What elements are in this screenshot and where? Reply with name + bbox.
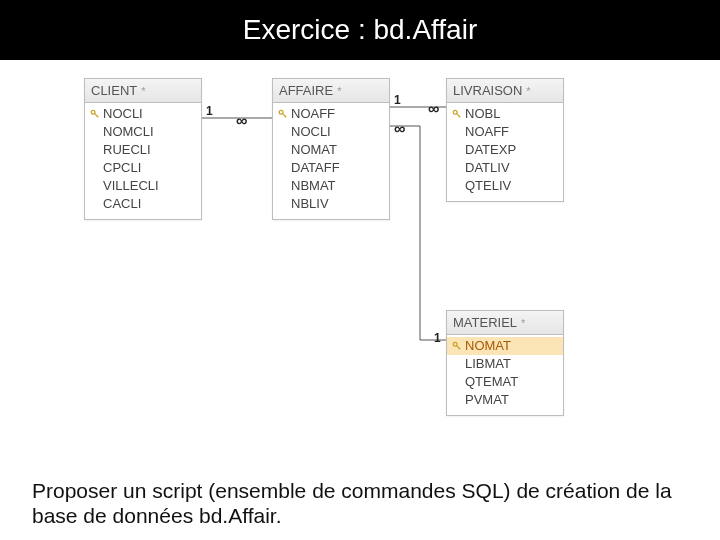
field-row[interactable]: NOAFF — [447, 123, 563, 141]
svg-line-10 — [459, 116, 460, 117]
field-row[interactable]: DATEXP — [447, 141, 563, 159]
field-row[interactable]: QTEMAT — [447, 373, 563, 391]
table-client[interactable]: CLIENT * NOCLINOMCLIRUECLICPCLIVILLECLIC… — [84, 78, 202, 220]
table-materiel-body: NOMATLIBMATQTEMATPVMAT — [447, 335, 563, 415]
cardinality-one: 1 — [206, 104, 213, 118]
table-affaire[interactable]: AFFAIRE * NOAFFNOCLINOMATDATAFFNBMATNBLI… — [272, 78, 390, 220]
field-row[interactable]: CACLI — [85, 195, 201, 213]
field-name: NOMAT — [465, 338, 559, 354]
field-row[interactable]: NBLIV — [273, 195, 389, 213]
table-client-name: CLIENT — [91, 83, 137, 98]
field-name: RUECLI — [103, 142, 197, 158]
svg-line-13 — [459, 348, 460, 349]
field-name: NOCLI — [103, 106, 197, 122]
table-materiel-name: MATERIEL — [453, 315, 517, 330]
field-name: NOAFF — [465, 124, 559, 140]
instruction-text: Proposer un script (ensemble de commande… — [0, 466, 720, 528]
field-name: DATAFF — [291, 160, 385, 176]
table-materiel-header: MATERIEL * — [447, 311, 563, 335]
cardinality-many: ∞ — [394, 120, 405, 138]
field-name: PVMAT — [465, 392, 559, 408]
field-row[interactable]: NOMAT — [447, 337, 563, 355]
field-name: LIBMAT — [465, 356, 559, 372]
field-name: NBMAT — [291, 178, 385, 194]
table-materiel[interactable]: MATERIEL * NOMATLIBMATQTEMATPVMAT — [446, 310, 564, 416]
field-name: VILLECLI — [103, 178, 197, 194]
field-name: DATEXP — [465, 142, 559, 158]
field-name: NOMCLI — [103, 124, 197, 140]
table-client-header: CLIENT * — [85, 79, 201, 103]
instruction-text-content: Proposer un script (ensemble de commande… — [32, 479, 672, 527]
cardinality-one: 1 — [434, 331, 441, 345]
primary-key-icon — [449, 109, 465, 119]
field-name: NBLIV — [291, 196, 385, 212]
cardinality-many: ∞ — [428, 100, 439, 118]
table-livraison-body: NOBLNOAFFDATEXPDATLIVQTELIV — [447, 103, 563, 201]
table-affaire-name: AFFAIRE — [279, 83, 333, 98]
field-name: DATLIV — [465, 160, 559, 176]
field-row[interactable]: NOMCLI — [85, 123, 201, 141]
asterisk-icon: * — [521, 317, 525, 329]
table-livraison-name: LIVRAISON — [453, 83, 522, 98]
field-row[interactable]: NOBL — [447, 105, 563, 123]
er-diagram: CLIENT * NOCLINOMCLIRUECLICPCLIVILLECLIC… — [0, 60, 720, 466]
field-row[interactable]: NOCLI — [85, 105, 201, 123]
field-row[interactable]: NBMAT — [273, 177, 389, 195]
field-name: QTELIV — [465, 178, 559, 194]
field-row[interactable]: NOMAT — [273, 141, 389, 159]
table-livraison-header: LIVRAISON * — [447, 79, 563, 103]
field-name: CPCLI — [103, 160, 197, 176]
field-row[interactable]: NOAFF — [273, 105, 389, 123]
page-title: Exercice : bd.Affair — [243, 14, 477, 46]
field-row[interactable]: PVMAT — [447, 391, 563, 409]
field-name: NOAFF — [291, 106, 385, 122]
field-row[interactable]: LIBMAT — [447, 355, 563, 373]
cardinality-many: ∞ — [236, 112, 247, 130]
table-client-body: NOCLINOMCLIRUECLICPCLIVILLECLICACLI — [85, 103, 201, 219]
svg-line-7 — [285, 116, 286, 117]
field-row[interactable]: DATAFF — [273, 159, 389, 177]
primary-key-icon — [275, 109, 291, 119]
field-row[interactable]: QTELIV — [447, 177, 563, 195]
field-name: QTEMAT — [465, 374, 559, 390]
asterisk-icon: * — [141, 85, 145, 97]
cardinality-one: 1 — [394, 93, 401, 107]
table-livraison[interactable]: LIVRAISON * NOBLNOAFFDATEXPDATLIVQTELIV — [446, 78, 564, 202]
field-row[interactable]: VILLECLI — [85, 177, 201, 195]
asterisk-icon: * — [526, 85, 530, 97]
field-name: NOMAT — [291, 142, 385, 158]
primary-key-icon — [449, 341, 465, 351]
svg-line-4 — [97, 116, 98, 117]
field-row[interactable]: DATLIV — [447, 159, 563, 177]
table-affaire-body: NOAFFNOCLINOMATDATAFFNBMATNBLIV — [273, 103, 389, 219]
field-name: CACLI — [103, 196, 197, 212]
field-row[interactable]: CPCLI — [85, 159, 201, 177]
field-name: NOBL — [465, 106, 559, 122]
title-bar: Exercice : bd.Affair — [0, 0, 720, 60]
field-row[interactable]: NOCLI — [273, 123, 389, 141]
asterisk-icon: * — [337, 85, 341, 97]
field-row[interactable]: RUECLI — [85, 141, 201, 159]
field-name: NOCLI — [291, 124, 385, 140]
table-affaire-header: AFFAIRE * — [273, 79, 389, 103]
primary-key-icon — [87, 109, 103, 119]
